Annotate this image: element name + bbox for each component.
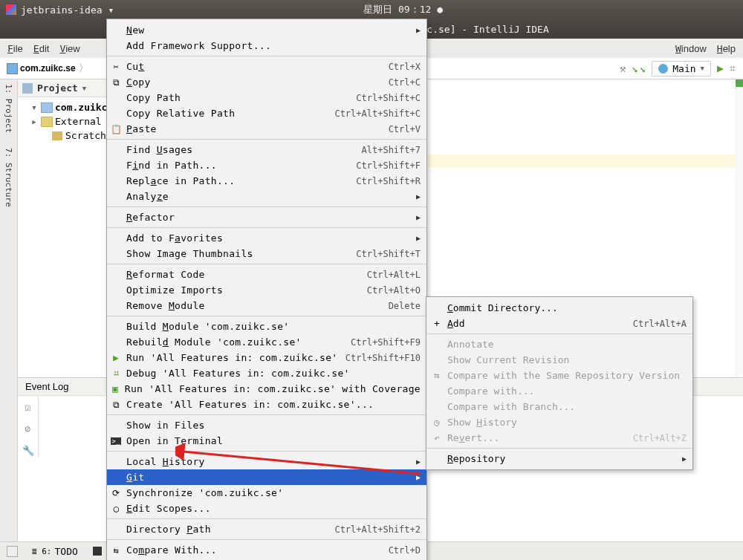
tree-label: External [55,116,102,127]
menu-item[interactable]: Git▶ [107,469,426,485]
menu-item-shortcut: Ctrl+V [389,124,421,134]
todo-tab[interactable]: ≣ 6: TODO [32,546,78,557]
menu-item[interactable]: Optimize ImportsCtrl+Alt+O [107,282,426,298]
menu-item-label: Compare with Branch... [447,401,687,412]
menu-item[interactable]: ◯Edit Scopes... [107,501,426,516]
menu-item[interactable]: Find in Path...Ctrl+Shift+F [107,157,426,173]
submenu-arrow-icon: ▶ [416,473,421,481]
menu-item[interactable]: ⧉Create 'All Features in: com.zuikc.se'.… [107,397,426,412]
menu-item[interactable]: ▶Run 'All Features in: com.zuikc.se'Ctrl… [107,350,426,365]
debug-button[interactable]: ⌗ [730,62,736,75]
menu-item[interactable]: Remove ModuleDelete [107,298,426,313]
menu-item[interactable]: ▣Run 'All Features in: com.zuikc.se' wit… [107,381,426,397]
submenu-arrow-icon: ▶ [416,213,421,221]
menu-item[interactable]: Commit Directory... [426,300,692,316]
menu-item[interactable]: >_Open in Terminal [107,433,426,449]
menu-file[interactable]: File [7,43,23,54]
menu-help[interactable]: Help [717,43,736,54]
menu-item[interactable]: Show Image ThumbnailsCtrl+Shift+T [107,246,426,261]
menu-item-label: Add Framework Support... [126,40,421,51]
menu-item-label: Analyze [126,191,412,202]
menu-item[interactable]: Local History▶ [107,454,426,469]
menu-item[interactable]: Repository▶ [426,451,692,466]
blank-icon [110,160,122,172]
blank-icon [110,472,122,484]
terminal-icon [93,547,102,556]
event-log-clear-icon[interactable]: ⊘ [25,423,31,434]
blank-icon [110,524,122,535]
menu-item-shortcut: Alt+Shift+7 [362,145,421,155]
menu-edit[interactable]: Edit [33,43,50,54]
menu-item-shortcut: Ctrl+D [389,545,421,556]
menu-item: ⇆Compare with the Same Repository Versio… [426,368,692,383]
terminal-tab[interactable] [93,547,102,556]
menu-item-label: Reformat Code [126,269,363,280]
menu-item[interactable]: ⟳Synchronize 'com.zuikc.se' [107,485,426,501]
menu-item[interactable]: New▶ [107,22,426,38]
run-button[interactable]: ▶ [717,62,724,75]
run-config-selector[interactable]: Main ▼ [652,61,711,76]
term-icon: >_ [110,435,122,447]
menu-item[interactable]: +AddCtrl+Alt+A [426,316,692,331]
paste-icon: 📋 [110,123,122,135]
menu-item[interactable]: Rebuild Module 'com.zuikc.se'Ctrl+Shift+… [107,334,426,350]
menu-item[interactable]: Replace in Path...Ctrl+Shift+R [107,173,426,189]
event-log-gear-icon[interactable]: 🔧 [22,445,34,456]
menu-item-label: Open in Terminal [126,435,421,446]
menu-item[interactable]: ⇆Compare With...Ctrl+D [107,542,426,558]
menu-window[interactable]: Window [675,43,707,54]
menu-item[interactable]: 📋PasteCtrl+V [107,121,426,137]
menu-item-label: Remove Module [126,300,384,311]
menu-view[interactable]: View [59,43,80,54]
menu-item[interactable]: Find UsagesAlt+Shift+7 [107,142,426,157]
menu-item[interactable]: Add to Favorites▶ [107,230,426,246]
submenu-arrow-icon: ▶ [416,458,421,466]
build-icon[interactable]: ⚒ [620,62,626,74]
blank-icon [110,248,122,260]
menu-item[interactable]: Show in Files [107,417,426,433]
project-view-selector[interactable]: Project ▼ [22,82,86,94]
menu-item-shortcut: Ctrl+Alt+Shift+2 [334,524,421,535]
menu-item-shortcut: Ctrl+C [389,77,421,88]
copy-icon: ⧉ [110,76,122,88]
menu-item[interactable]: Refactor▶ [107,209,426,225]
submenu-arrow-icon: ▶ [416,26,421,34]
menu-item-shortcut: Ctrl+Alt+Z [633,433,687,443]
tree-label: com.zuikc [55,102,107,113]
gnome-top-bar: jetbrains-idea ▾ 星期日 09：12 ● [0,0,743,19]
left-tool-gutter[interactable]: 1: Project 7: Structure [0,79,18,541]
menu-item[interactable]: ⧉CopyCtrl+C [107,74,426,90]
menu-item-label: Copy Relative Path [126,108,330,119]
menu-item[interactable]: Copy Relative PathCtrl+Alt+Shift+C [107,105,426,121]
clock-icon: ◷ [431,417,443,428]
nav-back-icon[interactable]: ↘ [632,62,637,74]
cut-icon: ✂ [110,61,122,73]
menu-item[interactable]: Add Framework Support... [107,38,426,53]
menu-item-label: Run 'All Features in: com.zuikc.se' [126,352,341,363]
module-icon [7,64,17,74]
menu-item-label: Show Current Revision [447,354,687,365]
tool-toggle-icon[interactable] [7,547,17,556]
gnome-app-title[interactable]: jetbrains-idea ▾ [6,4,114,16]
git-submenu[interactable]: Commit Directory...+AddCtrl+Alt+AAnnotat… [426,296,693,470]
menu-item-label: Refactor [126,212,412,223]
menu-item-shortcut: Ctrl+Alt+A [633,319,687,329]
menu-item[interactable]: Build Module 'com.zuikc.se' [107,319,426,334]
run-config-label: Main [672,63,695,74]
menu-item[interactable]: ✂CutCtrl+X [107,59,426,74]
breadcrumb[interactable]: com.zuikc.se 〉 [7,62,88,75]
menu-item-shortcut: Ctrl+Shift+F10 [345,353,421,363]
event-log-settings-icon[interactable]: ☑ [25,402,31,413]
menu-item[interactable]: ⌗Debug 'All Features in: com.zuikc.se' [107,365,426,381]
menu-item[interactable]: Directory PathCtrl+Alt+Shift+2 [107,521,426,537]
menu-item[interactable]: Analyze▶ [107,189,426,204]
blank-icon [110,336,122,348]
nav-forward-icon[interactable]: ↘ [640,62,646,74]
gnome-clock[interactable]: 星期日 09：12 ● [114,3,692,16]
context-menu[interactable]: New▶Add Framework Support...✂CutCtrl+X⧉C… [106,19,427,560]
menu-item[interactable]: Reformat CodeCtrl+Alt+L [107,267,426,282]
menu-item-label: Copy Path [126,92,351,103]
menu-item-label: Compare With... [126,544,384,556]
menu-item-label: Compare with... [447,385,687,397]
menu-item[interactable]: Copy PathCtrl+Shift+C [107,90,426,105]
